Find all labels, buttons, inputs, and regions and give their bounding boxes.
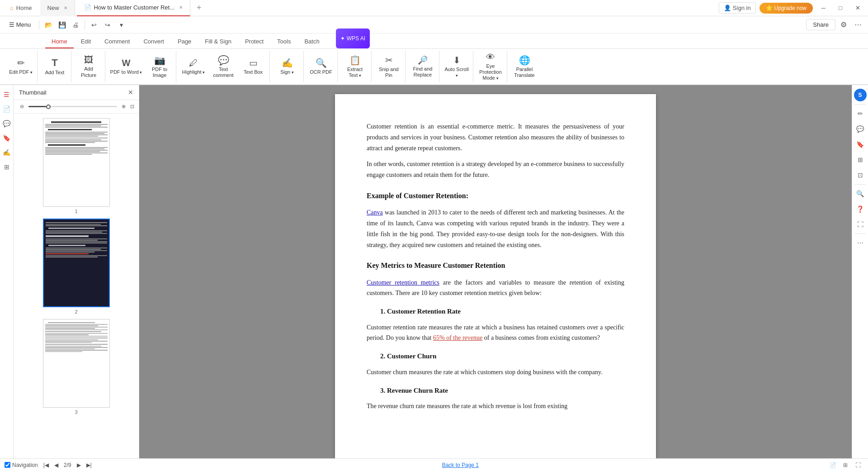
first-page-button[interactable]: |◀	[42, 461, 51, 469]
page-info: 2/9	[62, 461, 73, 469]
minimize-button[interactable]: ─	[816, 1, 830, 15]
tab-page[interactable]: Page	[171, 35, 198, 48]
tab-new[interactable]: New ✕	[40, 0, 75, 16]
redo-button[interactable]: ↪	[101, 19, 114, 31]
ocr-pdf-button[interactable]: 🔍 OCR PDF	[307, 52, 335, 81]
upgrade-button[interactable]: ⭐ Upgrade now	[760, 3, 813, 14]
zoom-in-button[interactable]: ⊕	[120, 103, 127, 110]
paragraph-retention-rate: Customer retention rate measures the rat…	[367, 322, 624, 344]
tab-home[interactable]: ⌂ Home	[4, 0, 38, 16]
pdf-to-image-button[interactable]: 📷 PDF to Image	[145, 52, 174, 81]
find-replace-label: Find and Replace	[410, 66, 435, 78]
edit-right-icon[interactable]: ✏	[854, 107, 867, 120]
customer-retention-link[interactable]: Customer retention metrics	[367, 279, 439, 286]
thumbnail-page-3[interactable]: 3	[18, 319, 134, 415]
add-picture-button[interactable]: 🖼 Add Picture	[74, 52, 103, 81]
text-box-button[interactable]: ▭ Text Box	[239, 52, 268, 81]
text-comment-button[interactable]: 💬 Text comment	[209, 52, 238, 81]
last-page-button[interactable]: ▶|	[85, 461, 94, 469]
maximize-button[interactable]: □	[834, 1, 847, 15]
help-right-icon[interactable]: ❓	[854, 203, 867, 215]
sidebar-thumbnail-icon[interactable]: ☰	[1, 89, 13, 100]
sidebar-layers-icon[interactable]: ⊞	[1, 161, 13, 173]
fullscreen-right-icon[interactable]: ⛶	[854, 218, 867, 231]
translate-icon: 🌐	[519, 55, 530, 66]
eye-protection-button[interactable]: 👁 Eye Protection Mode	[476, 52, 505, 81]
sidebar-signature-icon[interactable]: ✍	[1, 147, 13, 158]
tab-add-button[interactable]: +	[192, 0, 206, 16]
tab-edit[interactable]: Edit	[75, 35, 97, 48]
settings-button[interactable]: ⚙	[837, 19, 850, 31]
tab-protect[interactable]: Protect	[239, 35, 270, 48]
sidebar-pages-icon[interactable]: 📄	[1, 103, 13, 115]
new-tab-close[interactable]: ✕	[64, 5, 67, 10]
extract-text-button[interactable]: 📋 Extract Text	[340, 52, 369, 81]
paragraph-revenue-churn: The revenue churn rate measures the rate…	[367, 401, 624, 412]
tool-group-text: T Add Text	[38, 51, 71, 82]
parallel-translate-button[interactable]: 🌐 Parallel Translate	[510, 52, 539, 81]
back-to-page-link[interactable]: Back to Page 1	[442, 462, 479, 468]
share-button[interactable]: Share	[806, 19, 835, 30]
add-picture-label: Add Picture	[76, 66, 101, 78]
zoom-slider[interactable]	[28, 106, 117, 107]
print-button[interactable]: 🖨	[69, 19, 82, 31]
more-options-button[interactable]: ⋯	[852, 19, 864, 31]
zoom-out-button[interactable]: ⊖	[18, 103, 26, 110]
sign-button[interactable]: ✍ Sign	[273, 52, 302, 81]
undo-button[interactable]: ↩	[88, 19, 100, 31]
eye-protection-label: Eye Protection Mode	[478, 63, 503, 81]
table-right-icon[interactable]: ⊞	[854, 153, 867, 166]
auto-scroll-button[interactable]: ⬇ Auto Scroll	[442, 52, 471, 81]
add-text-button[interactable]: T Add Text	[40, 52, 69, 81]
document-area[interactable]: Customer retention is an essential e-com…	[139, 85, 852, 458]
more-right-icon[interactable]: ⋯	[854, 237, 867, 249]
find-replace-button[interactable]: 🔎 Find and Replace	[408, 52, 437, 81]
tab-convert[interactable]: Convert	[137, 35, 170, 48]
right-sidebar-separator-3	[855, 233, 866, 234]
navigation-checkbox[interactable]: Navigation	[5, 462, 38, 468]
thumbnail-page-1[interactable]: 1	[18, 118, 134, 214]
edit-pdf-button[interactable]: ✏ Edit PDF	[6, 52, 35, 81]
document-page: Customer retention is an essential e-com…	[335, 94, 656, 458]
view-layout-icon[interactable]: ⊞	[840, 460, 851, 471]
view-mode-icon[interactable]: 📄	[827, 460, 838, 471]
more-undo-button[interactable]: ▾	[115, 19, 127, 31]
thumbnail-page-2[interactable]: 2	[18, 219, 134, 314]
thumbnail-close-button[interactable]: ✕	[128, 89, 133, 96]
canva-link[interactable]: Canva	[367, 209, 383, 216]
bookmark-right-icon[interactable]: 🔖	[854, 138, 867, 151]
save-button[interactable]: 💾	[56, 19, 68, 31]
wps-ai-button[interactable]: ✦ WPS AI	[336, 29, 370, 48]
pdf-to-word-button[interactable]: W PDF to Word	[108, 52, 144, 81]
revenue-link[interactable]: 65% of the revenue	[433, 334, 482, 341]
comment-right-icon[interactable]: 💬	[854, 123, 867, 135]
doc-tab-close[interactable]: ✕	[179, 5, 183, 10]
user-avatar[interactable]: S	[854, 89, 867, 101]
sidebar-bookmark-icon[interactable]: 🔖	[1, 132, 13, 144]
prev-page-button[interactable]: ◀	[52, 461, 60, 469]
tab-fill-sign[interactable]: Fill & Sign	[198, 35, 238, 48]
tab-tools[interactable]: Tools	[271, 35, 297, 48]
zoom-handle[interactable]	[46, 105, 51, 109]
ocr-icon: 🔍	[316, 57, 327, 68]
expand-right-icon[interactable]: ⊡	[854, 169, 867, 181]
navigation-toggle[interactable]	[5, 462, 10, 468]
snip-pin-button[interactable]: ✂ Snip and Pin	[374, 52, 403, 81]
page-3-number: 3	[75, 409, 77, 415]
next-page-button[interactable]: ▶	[75, 461, 83, 469]
tab-home-ribbon[interactable]: Home	[45, 35, 74, 48]
tab-comment[interactable]: Comment	[98, 35, 136, 48]
paragraph-churn: Customer churn measures the rate at whic…	[367, 367, 624, 378]
tab-document[interactable]: 📄 How to Master Customer Ret... ✕	[77, 0, 190, 16]
zoom-right-icon[interactable]: 🔍	[854, 187, 867, 200]
highlight-button[interactable]: 🖊 Highlight	[179, 52, 208, 81]
fit-page-button[interactable]: ⊡	[130, 104, 134, 109]
close-button[interactable]: ✕	[851, 1, 864, 15]
bottom-bar: Navigation |◀ ◀ 2/9 ▶ ▶| Back to Page 1 …	[0, 458, 868, 471]
fullscreen-icon[interactable]: ⛶	[853, 460, 863, 471]
signin-button[interactable]: 👤 Sign in	[719, 2, 756, 14]
tab-batch[interactable]: Batch	[298, 35, 326, 48]
sidebar-comment-icon[interactable]: 💬	[1, 118, 13, 129]
open-button[interactable]: 📂	[42, 19, 55, 31]
menu-button[interactable]: ☰ Menu	[4, 19, 36, 30]
